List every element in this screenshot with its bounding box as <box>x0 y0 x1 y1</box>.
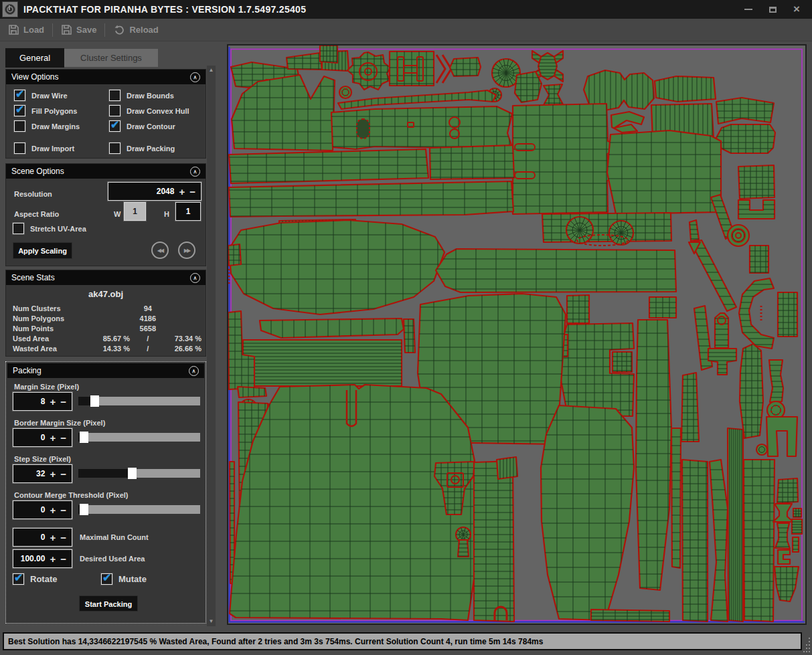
margin-size-input[interactable]: 8+− <box>13 392 72 411</box>
resolution-input[interactable]: 2048 + − <box>108 182 201 201</box>
status-text: Best Solution has 14,3346622197545 % Was… <box>4 637 543 646</box>
draw-import-option[interactable]: Draw Import <box>14 143 74 154</box>
scene-options-section: Scene Options ∧ Resolution 2048 + − Aspe… <box>5 163 206 266</box>
tab-cluster-settings[interactable]: Cluster Settings <box>64 49 158 67</box>
aspect-ratio-label: Aspect Ratio <box>14 210 59 218</box>
load-button[interactable]: Load <box>0 19 52 41</box>
contour-merge-input[interactable]: 0+− <box>13 500 72 519</box>
collapse-icon[interactable]: ∧ <box>190 72 200 82</box>
increment-icon[interactable]: + <box>50 554 56 564</box>
uv-layout-svg[interactable] <box>228 45 805 624</box>
increment-icon[interactable]: + <box>50 397 56 407</box>
section-title: Scene Options <box>11 167 64 176</box>
panel-scrollbar[interactable]: ▲ ▼ <box>207 66 216 626</box>
checkbox[interactable] <box>109 120 120 132</box>
desired-used-area-label: Desired Used Area <box>80 555 145 563</box>
aspect-h-input[interactable]: 1 <box>175 202 201 221</box>
checkbox[interactable] <box>13 573 24 585</box>
step-size-slider[interactable] <box>78 469 200 478</box>
uv-canvas[interactable] <box>227 44 807 625</box>
stat-row-used-area: Used Area85.67 %/73.34 % <box>13 335 201 345</box>
margin-size-slider[interactable] <box>78 397 200 405</box>
decrement-icon[interactable]: − <box>189 187 195 197</box>
collapse-icon[interactable]: ∧ <box>189 366 199 376</box>
checkbox[interactable] <box>101 573 112 585</box>
border-margin-slider[interactable] <box>78 433 200 442</box>
slider-thumb[interactable] <box>128 468 137 479</box>
draw-convex-hull-option[interactable]: Draw Convex Hull <box>109 105 189 116</box>
decrement-icon[interactable]: − <box>60 505 66 515</box>
stretch-uv-area-option[interactable]: Stretch UV-Area <box>13 223 86 234</box>
margin-size-label: Margin Size (Pixel) <box>14 383 79 391</box>
checkbox[interactable] <box>14 120 25 132</box>
load-floppy-icon <box>8 24 19 35</box>
border-margin-input[interactable]: 0+− <box>13 428 72 447</box>
aspect-w-input[interactable]: 1 <box>124 202 146 221</box>
reload-label: Reload <box>129 25 158 35</box>
save-button[interactable]: Save <box>53 19 104 41</box>
slider-thumb[interactable] <box>80 504 88 515</box>
window-title: IPACKTHAT FOR PIRANHA BYTES : VERSION 1.… <box>23 4 306 15</box>
draw-wire-option[interactable]: Draw Wire <box>14 90 68 101</box>
title-bar[interactable]: IPACKTHAT FOR PIRANHA BYTES : VERSION 1.… <box>0 0 812 19</box>
slider-thumb[interactable] <box>80 432 88 443</box>
stat-row-num-clusters: Num Clusters94 <box>13 304 201 314</box>
checkbox[interactable] <box>14 143 25 154</box>
decrement-icon[interactable]: − <box>60 554 66 564</box>
stat-row-wasted-area: Wasted Area14.33 %/26.66 % <box>13 345 201 355</box>
increment-icon[interactable]: + <box>50 533 56 543</box>
draw-packing-option[interactable]: Draw Packing <box>109 143 175 154</box>
load-label: Load <box>23 25 44 35</box>
decrement-icon[interactable]: − <box>60 397 66 407</box>
slider-thumb[interactable] <box>90 395 99 407</box>
checkbox[interactable] <box>109 143 120 154</box>
resize-grip[interactable] <box>805 636 811 654</box>
section-title: Scene Stats <box>11 273 55 282</box>
decrement-icon[interactable]: − <box>60 533 66 543</box>
packing-header[interactable]: Packing ∧ <box>7 363 204 378</box>
checkbox[interactable] <box>109 105 120 116</box>
apply-scaling-button[interactable]: Apply Scaling <box>13 242 72 259</box>
draw-bounds-option[interactable]: Draw Bounds <box>109 90 174 101</box>
checkbox[interactable] <box>13 223 24 234</box>
increment-icon[interactable]: + <box>50 469 56 479</box>
close-button[interactable]: × <box>789 3 804 15</box>
aspect-h-label: H <box>164 210 169 218</box>
contour-merge-label: Contour Merge Threshold (Pixel) <box>14 491 129 499</box>
app-icon <box>2 1 18 17</box>
next-solution-button[interactable]: ▶▶ <box>178 242 195 259</box>
increment-icon[interactable]: + <box>179 187 185 197</box>
minimize-button[interactable] <box>741 3 756 15</box>
checkbox[interactable] <box>14 105 25 116</box>
increment-icon[interactable]: + <box>50 505 56 515</box>
reload-button[interactable]: Reload <box>105 19 166 41</box>
previous-solution-button[interactable]: ◀◀ <box>151 242 169 259</box>
rotate-option[interactable]: Rotate <box>13 573 57 585</box>
increment-icon[interactable]: + <box>50 433 56 443</box>
scroll-up-icon[interactable]: ▲ <box>207 66 216 75</box>
scene-options-header[interactable]: Scene Options ∧ <box>6 164 206 179</box>
decrement-icon[interactable]: − <box>60 469 66 479</box>
scene-stats-header[interactable]: Scene Stats ∧ <box>6 270 206 285</box>
collapse-icon[interactable]: ∧ <box>190 167 200 177</box>
draw-contour-option[interactable]: Draw Contour <box>109 120 175 132</box>
step-size-input[interactable]: 32+− <box>13 464 72 483</box>
fill-polygons-option[interactable]: Fill Polygons <box>14 105 77 116</box>
maximal-run-count-label: Maximal Run Count <box>80 533 149 541</box>
desired-used-area-input[interactable]: 100.00+− <box>13 549 72 568</box>
maximize-button[interactable] <box>765 3 780 15</box>
tab-general[interactable]: General <box>5 48 64 68</box>
decrement-icon[interactable]: − <box>60 433 66 443</box>
collapse-icon[interactable]: ∧ <box>190 273 200 283</box>
checkbox[interactable] <box>14 90 25 101</box>
draw-margins-option[interactable]: Draw Margins <box>14 120 80 132</box>
checkbox[interactable] <box>109 90 120 101</box>
resolution-value: 2048 <box>157 187 175 196</box>
packing-section: Packing ∧ Margin Size (Pixel) 8+− Border… <box>5 361 206 624</box>
mutate-option[interactable]: Mutate <box>101 573 147 585</box>
scroll-down-icon[interactable]: ▼ <box>207 617 216 626</box>
start-packing-button[interactable]: Start Packing <box>79 595 138 612</box>
view-options-header[interactable]: View Options ∧ <box>6 70 206 84</box>
maximal-run-count-input[interactable]: 0+− <box>13 528 72 547</box>
contour-merge-slider[interactable] <box>78 505 200 514</box>
